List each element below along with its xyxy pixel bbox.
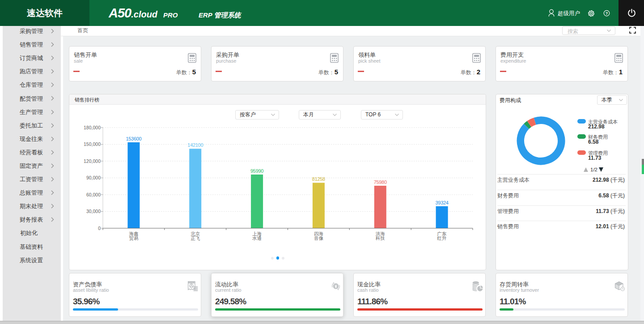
svg-text:153600: 153600 xyxy=(126,136,141,141)
svg-text:贸易: 贸易 xyxy=(129,235,138,241)
svg-text:120,000: 120,000 xyxy=(84,158,101,164)
svg-text:180,000: 180,000 xyxy=(84,125,101,130)
svg-text:39324: 39324 xyxy=(436,200,449,205)
svg-text:75980: 75980 xyxy=(374,179,387,185)
svg-text:科技: 科技 xyxy=(376,235,385,241)
svg-text:90,000: 90,000 xyxy=(86,175,101,180)
svg-text:红升: 红升 xyxy=(437,235,447,241)
svg-text:30,000: 30,000 xyxy=(86,209,101,214)
svg-text:水通: 水通 xyxy=(252,235,262,241)
svg-text:95990: 95990 xyxy=(250,168,263,174)
svg-text:142100: 142100 xyxy=(187,142,203,148)
svg-text:150,000: 150,000 xyxy=(84,141,101,147)
svg-text:音像: 音像 xyxy=(314,235,324,241)
svg-text:60,000: 60,000 xyxy=(86,192,101,197)
svg-text:0: 0 xyxy=(98,226,101,231)
svg-text:81258: 81258 xyxy=(312,176,325,182)
svg-text:正飞: 正飞 xyxy=(191,235,200,241)
